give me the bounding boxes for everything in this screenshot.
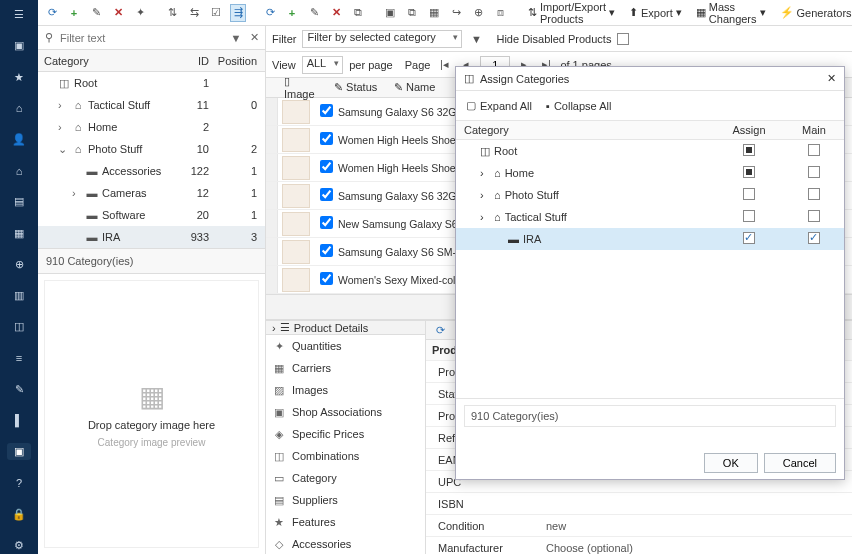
tree-row[interactable]: ◫Root1: [38, 72, 265, 94]
globe-icon[interactable]: ⊕: [7, 256, 31, 273]
global-field[interactable]: Conditionnew: [426, 515, 852, 537]
filter-input[interactable]: [60, 29, 225, 47]
hide-disabled-checkbox[interactable]: [617, 33, 629, 45]
tree-row[interactable]: ▬IRA9333: [38, 226, 265, 248]
dialog-row[interactable]: ›⌂Photo Stuff: [456, 184, 844, 206]
archive-icon[interactable]: ▣: [7, 443, 31, 460]
t11-icon[interactable]: ⧈: [492, 4, 508, 22]
checkbox[interactable]: [743, 166, 755, 178]
add-icon[interactable]: +: [66, 4, 82, 22]
detail-item[interactable]: ◫Combinations: [266, 445, 425, 467]
expand-all-button[interactable]: ▢ Expand All: [466, 99, 532, 112]
collapse-all-button[interactable]: ▪ Collapse All: [546, 99, 611, 112]
filter-apply-icon[interactable]: ▼: [468, 30, 484, 48]
detail-item[interactable]: ★Features: [266, 511, 425, 533]
global-field[interactable]: ISBN: [426, 493, 852, 515]
tool1-icon[interactable]: ✦: [132, 4, 148, 22]
detail-item[interactable]: ◈Specific Prices: [266, 423, 425, 445]
checkbox[interactable]: [808, 144, 820, 156]
checkbox[interactable]: [808, 232, 820, 244]
tree-row[interactable]: ▬Accessories1221: [38, 160, 265, 182]
gear-icon[interactable]: ⚙: [7, 537, 31, 554]
tool4-icon[interactable]: ☑: [208, 4, 224, 22]
dialog-row[interactable]: ›⌂Tactical Stuff: [456, 206, 844, 228]
checkbox[interactable]: [743, 188, 755, 200]
product-checkbox[interactable]: [320, 104, 333, 117]
sliders-icon[interactable]: ≡: [7, 349, 31, 366]
col-status[interactable]: Status: [346, 81, 377, 93]
close-icon[interactable]: ✕: [827, 72, 836, 85]
product-checkbox[interactable]: [320, 132, 333, 145]
home-icon[interactable]: ⌂: [7, 162, 31, 179]
refresh-icon[interactable]: ⟳: [432, 321, 448, 339]
dlg-col-assign[interactable]: Assign: [714, 124, 784, 136]
refresh2-icon[interactable]: ⟳: [262, 4, 278, 22]
inbox-icon[interactable]: ⌂: [7, 100, 31, 117]
t10-icon[interactable]: ⊕: [470, 4, 486, 22]
person-icon[interactable]: 👤: [7, 131, 31, 148]
wrench-icon[interactable]: ✎: [7, 381, 31, 398]
t8-icon[interactable]: ▦: [426, 4, 442, 22]
product-checkbox[interactable]: [320, 244, 333, 257]
dlg-col-main[interactable]: Main: [784, 124, 844, 136]
product-checkbox[interactable]: [320, 188, 333, 201]
checkbox[interactable]: [808, 210, 820, 222]
dialog-row[interactable]: ▬IRA: [456, 228, 844, 250]
detail-item[interactable]: ▦Carriers: [266, 357, 425, 379]
tree-row[interactable]: ⌄⌂Photo Stuff102: [38, 138, 265, 160]
edit-icon[interactable]: ✎: [88, 4, 104, 22]
t7-icon[interactable]: ⧉: [404, 4, 420, 22]
tool5-icon[interactable]: ⇶: [230, 4, 246, 22]
perpage-select[interactable]: ALL: [302, 56, 344, 74]
global-field[interactable]: ManufacturerChoose (optional): [426, 537, 852, 554]
product-checkbox[interactable]: [320, 160, 333, 173]
product-checkbox[interactable]: [320, 272, 333, 285]
stats-icon[interactable]: ▌: [7, 412, 31, 429]
tool3-icon[interactable]: ⇆: [186, 4, 202, 22]
filter-funnel-icon[interactable]: ▼: [229, 32, 243, 44]
tool2-icon[interactable]: ⇅: [164, 4, 180, 22]
filter-select[interactable]: Filter by selected category: [302, 30, 462, 48]
col-id[interactable]: ID: [169, 55, 209, 67]
cancel-button[interactable]: Cancel: [764, 453, 836, 473]
col-name[interactable]: Name: [406, 81, 435, 93]
chart-icon[interactable]: ▥: [7, 287, 31, 304]
chevron-icon[interactable]: ›: [272, 322, 276, 334]
export-menu[interactable]: ⬆ Export ▾: [625, 6, 686, 19]
checkbox[interactable]: [743, 144, 755, 156]
edit2-icon[interactable]: ✎: [306, 4, 322, 22]
dlg-col-category[interactable]: Category: [456, 124, 714, 136]
detail-item[interactable]: ▭Category: [266, 467, 425, 489]
col-position[interactable]: Position: [209, 55, 265, 67]
help-icon[interactable]: ?: [7, 474, 31, 491]
checkbox[interactable]: [743, 210, 755, 222]
star-icon[interactable]: ★: [7, 68, 31, 85]
tree-row[interactable]: ›⌂Home2: [38, 116, 265, 138]
dialog-row[interactable]: ◫Root: [456, 140, 844, 162]
puzzle-icon[interactable]: ◫: [7, 318, 31, 335]
detail-item[interactable]: ✦Quantities: [266, 335, 425, 357]
delete-icon[interactable]: ✕: [110, 4, 126, 22]
store-icon[interactable]: ▣: [7, 37, 31, 54]
add2-icon[interactable]: +: [284, 4, 300, 22]
image-dropzone[interactable]: ▦ Drop category image here Category imag…: [44, 280, 259, 548]
import-export-menu[interactable]: ⇅ Import/Export Products ▾: [524, 1, 619, 25]
ok-button[interactable]: OK: [704, 453, 758, 473]
hamburger-icon[interactable]: ☰: [7, 6, 31, 23]
filter-clear-icon[interactable]: ✕: [247, 31, 261, 44]
tree-row[interactable]: ›⌂Tactical Stuff110: [38, 94, 265, 116]
dialog-row[interactable]: ›⌂Home: [456, 162, 844, 184]
truck-icon[interactable]: ▦: [7, 225, 31, 242]
delete2-icon[interactable]: ✕: [328, 4, 344, 22]
product-checkbox[interactable]: [320, 216, 333, 229]
mass-changers-menu[interactable]: ▦ Mass Changers ▾: [692, 1, 770, 25]
generators-menu[interactable]: ⚡ Generators ▾: [776, 6, 852, 19]
checkbox[interactable]: [743, 232, 755, 244]
detail-item[interactable]: ◇Accessories: [266, 533, 425, 554]
detail-item[interactable]: ▨Images: [266, 379, 425, 401]
tree-row[interactable]: ▬Software201: [38, 204, 265, 226]
col-category[interactable]: Category: [38, 55, 169, 67]
lock-icon[interactable]: 🔒: [7, 506, 31, 523]
detail-item[interactable]: ▣Shop Associations: [266, 401, 425, 423]
refresh-icon[interactable]: ⟳: [44, 4, 60, 22]
